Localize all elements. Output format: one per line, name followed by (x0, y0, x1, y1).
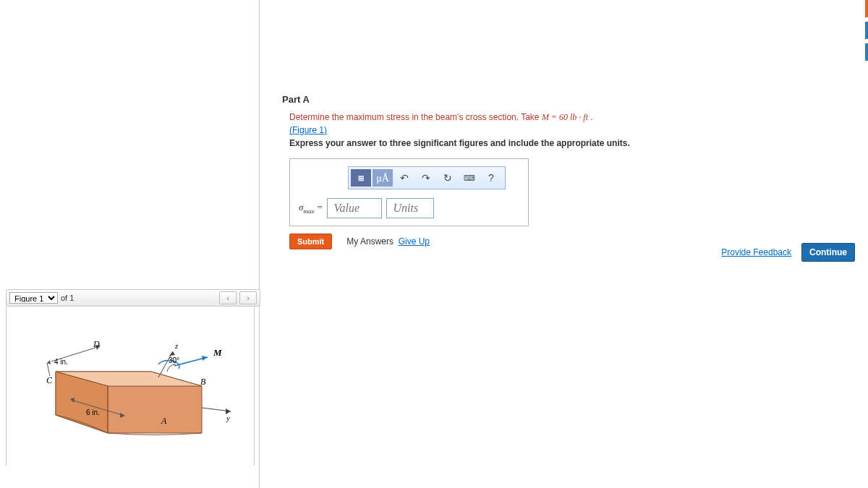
label-C: C (46, 375, 53, 385)
figure-canvas: D C B A M z y 30° 4 in. 6 in. (6, 307, 255, 466)
footer-right: Provide Feedback Continue (721, 243, 855, 262)
input-toolbar: ⊞ μÅ ↶ ↷ ↻ ⌨ ? (348, 166, 506, 189)
templates-icon[interactable]: ⊞ (351, 169, 371, 187)
reset-icon[interactable]: ↻ (438, 169, 458, 187)
provide-feedback-link[interactable]: Provide Feedback (721, 247, 791, 257)
figure-toolbar: Figure 1 of 1 ‹ › (6, 289, 260, 307)
label-M: M (213, 347, 222, 358)
svg-marker-9 (202, 356, 208, 361)
left-column: Figure 1 of 1 ‹ › (0, 0, 260, 488)
instruction: Express your answer to three significant… (289, 138, 630, 148)
label-angle: 30° (169, 356, 179, 364)
units-mu-button[interactable]: μÅ (373, 169, 393, 187)
label-y: y (226, 414, 230, 422)
label-D: D (93, 339, 100, 349)
value-input[interactable] (327, 198, 382, 218)
label-6in: 6 in. (86, 408, 100, 416)
redo-icon[interactable]: ↷ (416, 169, 436, 187)
label-A: A (161, 416, 167, 426)
equation-row: σmax = (299, 198, 519, 218)
prompt: Determine the maximum stress in the beam… (289, 112, 593, 122)
continue-button[interactable]: Continue (801, 243, 855, 262)
figure-link[interactable]: (Figure 1) (289, 125, 327, 135)
figure-prev-button[interactable]: ‹ (219, 291, 237, 304)
label-B: B (200, 377, 206, 387)
undo-icon[interactable]: ↶ (394, 169, 414, 187)
figure-select[interactable]: Figure 1 (9, 292, 58, 304)
right-column: Part A Determine the maximum stress in t… (260, 0, 868, 488)
answer-box: ⊞ μÅ ↶ ↷ ↻ ⌨ ? σmax = (289, 158, 529, 226)
sigma-label: σmax = (299, 200, 323, 216)
figure-count: of 1 (61, 294, 74, 302)
my-answers-label: My Answers (346, 236, 393, 247)
units-input[interactable] (386, 198, 434, 218)
figure-next-button[interactable]: › (239, 291, 257, 304)
label-4in: 4 in. (54, 358, 68, 366)
submit-button[interactable]: Submit (289, 234, 332, 249)
help-icon[interactable]: ? (481, 169, 501, 187)
label-z: z (174, 341, 179, 350)
keyboard-icon[interactable]: ⌨ (459, 169, 480, 187)
part-title: Part A (282, 94, 868, 105)
give-up-link[interactable]: Give Up (399, 236, 430, 247)
svg-line-10 (47, 363, 50, 376)
